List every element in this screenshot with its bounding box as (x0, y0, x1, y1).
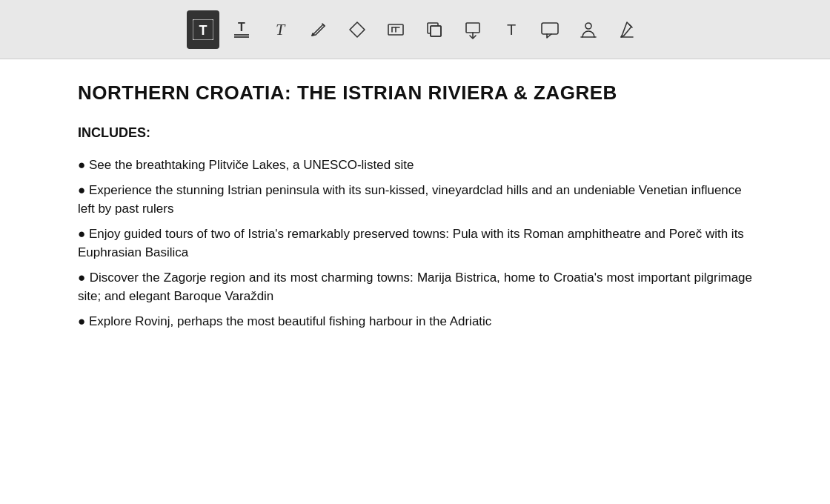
content-area: NORTHERN CROATIA: THE ISTRIAN RIVIERA & … (0, 59, 830, 504)
text-strikethrough-button[interactable]: T (225, 10, 258, 49)
eraser-button[interactable] (341, 10, 374, 49)
text-alt-button[interactable]: T (495, 10, 528, 49)
toolbar: T T T (0, 0, 830, 59)
list-item: ● Enjoy guided tours of two of Istria's … (78, 225, 752, 262)
comment-button[interactable] (534, 10, 566, 49)
svg-text:T: T (507, 21, 516, 38)
bullet-list: ● See the breathtaking Plitviče Lakes, a… (78, 156, 752, 331)
copy-button[interactable] (418, 10, 451, 49)
svg-rect-13 (466, 23, 479, 33)
list-item: ● Experience the stunning Istrian penins… (78, 181, 752, 219)
pen-button[interactable] (611, 10, 643, 49)
list-item: ● See the breathtaking Plitviče Lakes, a… (78, 156, 752, 175)
move-down-button[interactable] (456, 10, 489, 49)
list-item: ● Discover the Zagorje region and its mo… (78, 268, 752, 306)
includes-label: INCLUDES: (78, 125, 752, 141)
svg-text:T: T (199, 23, 208, 38)
page-title: NORTHERN CROATIA: THE ISTRIAN RIVIERA & … (78, 82, 752, 105)
pencil-button[interactable] (302, 10, 335, 49)
svg-text:T: T (276, 20, 286, 39)
svg-point-17 (585, 23, 591, 29)
svg-rect-11 (431, 26, 441, 36)
list-item: ● Explore Rovinj, perhaps the most beaut… (78, 312, 752, 331)
text-filled-button[interactable]: T (187, 10, 219, 49)
svg-text:T: T (238, 21, 245, 33)
stamp-button[interactable] (572, 10, 605, 49)
text-box-button[interactable] (379, 10, 412, 49)
text-plain-button[interactable]: T (264, 10, 296, 49)
svg-rect-16 (542, 23, 558, 34)
